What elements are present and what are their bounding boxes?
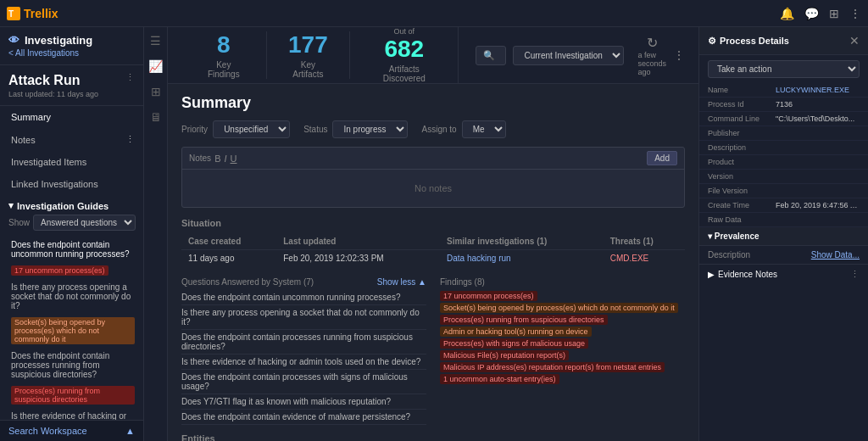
investigation-guides-section: ▾ Investigation Guides Show Answered que…	[0, 195, 143, 236]
investigating-label: Investigating	[25, 34, 92, 47]
questions-count: Questions Answered by System (7)	[181, 277, 314, 287]
detail-row-name: Name LUCKYWINNER.EXE	[699, 83, 868, 98]
show-data-link[interactable]: Show Data...	[811, 250, 860, 260]
summary-area: Summary Priority Unspecified Status In p…	[168, 84, 698, 441]
strip-list-icon[interactable]: ☰	[150, 34, 161, 47]
guide-question-3[interactable]: Is there evidence of hacking or admin to…	[0, 407, 143, 420]
finding-5[interactable]: Malicious File(s) reputation report(s)	[440, 350, 569, 360]
artifacts-discovered-label: Artifacts Discovered	[370, 64, 437, 83]
strip-screen-icon[interactable]: 🖥	[150, 110, 162, 124]
status-dropdown[interactable]: In progress	[332, 120, 408, 138]
guide-question-0[interactable]: Does the endpoint contain uncommon runni…	[0, 236, 143, 263]
current-investigation-dropdown[interactable]: Current Investigation	[513, 46, 624, 65]
evidence-more-icon[interactable]: ⋮	[850, 269, 860, 280]
answer-tag-1[interactable]: Socket(s) being opened by process(es) wh…	[11, 317, 135, 344]
prevalence-row: Description Show Data...	[699, 246, 868, 264]
strip-chart-icon[interactable]: 📈	[148, 59, 163, 73]
guide-question-2[interactable]: Does the endpoint contain processes runn…	[0, 347, 143, 383]
detail-row-fileversion: File Version	[699, 184, 868, 198]
finding-3[interactable]: Admin or hacking tool(s) running on devi…	[440, 327, 592, 337]
refresh-icon[interactable]: ↻	[647, 35, 658, 51]
bold-icon[interactable]: B	[214, 154, 220, 164]
more-options-icon[interactable]: ⋮	[125, 72, 135, 83]
logo: T Trellix	[7, 7, 58, 20]
answer-tag-2[interactable]: Process(es) running from suspicious dire…	[11, 386, 135, 405]
progress-findings: Findings (8) 17 uncommon process(es) Soc…	[440, 277, 685, 425]
notes-area: Notes B I U Add No notes	[181, 147, 685, 208]
findings-header: Findings (8)	[440, 277, 685, 287]
refresh-area: ↻ a few seconds ago	[637, 35, 666, 76]
situation-title: Situation	[181, 218, 685, 228]
chat-icon[interactable]: 💬	[804, 7, 819, 20]
col-created: Case created	[181, 233, 276, 250]
chevron-down-icon: ▾	[8, 200, 14, 211]
italic-icon[interactable]: I	[224, 154, 226, 164]
raw-data-label: Raw Data	[708, 215, 776, 224]
entities-title: Entities	[181, 433, 685, 441]
investigation-guides-title: ▾ Investigation Guides	[8, 200, 135, 211]
detail-row-publisher: Publisher	[699, 126, 868, 141]
summary-controls: Priority Unspecified Status In progress …	[181, 120, 685, 138]
prog-q-1: Is there any process opening a socket th…	[181, 305, 426, 330]
finding-4[interactable]: Process(es) with signs of malicious usag…	[440, 338, 588, 349]
detail-row-version: Version	[699, 170, 868, 184]
search-workspace[interactable]: Search Workspace ▲	[8, 426, 135, 436]
show-options-dropdown[interactable]: Answered questions	[33, 215, 136, 231]
threat-link[interactable]: CMD.EXE	[610, 254, 649, 263]
priority-label: Priority	[181, 125, 208, 134]
sidebar-item-investigated-items[interactable]: Investigated Items	[0, 151, 143, 173]
evidence-notes-section: ▶ Evidence Notes ⋮	[699, 264, 868, 284]
bell-icon[interactable]: 🔔	[780, 7, 794, 20]
detail-row-cmd: Command Line "C:\Users\Ted\Deskto...	[699, 112, 868, 126]
key-artifacts-label: Key Artifacts	[287, 60, 330, 79]
svg-text:T: T	[8, 9, 14, 19]
stat-key-findings: 8 Key Findings	[181, 31, 267, 79]
search-workspace-label: Search Workspace	[8, 426, 87, 436]
more-icon[interactable]: ⋮	[849, 7, 861, 20]
attack-run-title: Attack Run	[8, 72, 98, 88]
answer-tag-0[interactable]: 17 uncommon process(es)	[11, 265, 108, 276]
finding-1[interactable]: Socket(s) being opened by process(es) wh…	[440, 303, 678, 313]
guide-answer-0: 17 uncommon process(es)	[0, 263, 143, 278]
similar-link[interactable]: Data hacking run	[447, 254, 511, 263]
finding-7[interactable]: 1 uncommon auto-start entry(ies)	[440, 374, 559, 384]
entities-section: Entities Investigated Entities (6) 1 Aut…	[181, 433, 685, 441]
icon-strip: ☰ 📈 ⊞ 🖥	[144, 27, 168, 441]
notes-menu-icon[interactable]: ⋮	[125, 134, 135, 145]
key-artifacts-value: 177	[287, 31, 330, 59]
more-icon-topright[interactable]: ⋮	[673, 48, 685, 62]
prog-q-3: Is there evidence of hacking or admin to…	[181, 354, 426, 370]
finding-6[interactable]: Malicious IP address(es) reputation repo…	[440, 362, 665, 372]
grid-icon[interactable]: ⊞	[829, 7, 839, 20]
attack-run-section: Attack Run Last updated: 11 days ago ⋮	[0, 65, 143, 106]
finding-0[interactable]: 17 uncommon process(es)	[440, 291, 537, 301]
assign-dropdown[interactable]: Me	[462, 120, 506, 138]
questions-header: Questions Answered by System (7) Show le…	[181, 277, 426, 287]
situation-section: Situation Case created Last updated Simi…	[181, 218, 685, 267]
sidebar-item-notes[interactable]: Notes ⋮	[0, 128, 143, 151]
main-layout: 👁 Investigating < All Investigations Att…	[0, 27, 868, 441]
show-less-button[interactable]: Show less ▲	[377, 277, 426, 287]
notes-add-button[interactable]: Add	[647, 151, 677, 165]
prog-q-5: Does Y7/GTI flag it as known with malici…	[181, 394, 426, 410]
priority-dropdown[interactable]: Unspecified	[213, 120, 290, 138]
prevalence-desc-label: Description	[708, 250, 750, 260]
prevalence-header[interactable]: ▾ Prevalence	[699, 227, 868, 246]
create-time-value: Feb 20, 2019 6:47:56 A...	[776, 201, 860, 209]
prog-q-2: Does the endpoint contain processes runn…	[181, 330, 426, 354]
investigating-header: 👁 Investigating < All Investigations	[0, 27, 143, 65]
take-action-dropdown[interactable]: Take an action	[708, 60, 860, 78]
out-of-label: Out of	[370, 27, 437, 36]
sidebar-nav: Summary Notes ⋮ Investigated Items Linke…	[0, 106, 143, 420]
sidebar-item-summary[interactable]: Summary	[0, 106, 143, 128]
guide-question-1[interactable]: Is there any process opening a socket th…	[0, 278, 143, 315]
underline-icon[interactable]: U	[231, 154, 237, 164]
sidebar-item-linked-investigations[interactable]: Linked Investigations	[0, 173, 143, 195]
finding-2[interactable]: Process(es) running from suspicious dire…	[440, 315, 608, 325]
strip-grid-icon[interactable]: ⊞	[151, 85, 161, 98]
all-investigations-link[interactable]: < All Investigations	[8, 48, 135, 58]
close-icon[interactable]: ✕	[849, 34, 860, 47]
chevron-up-icon: ▲	[125, 426, 135, 436]
search-icon: 🔍	[483, 50, 495, 61]
summary-title: Summary	[181, 94, 685, 112]
